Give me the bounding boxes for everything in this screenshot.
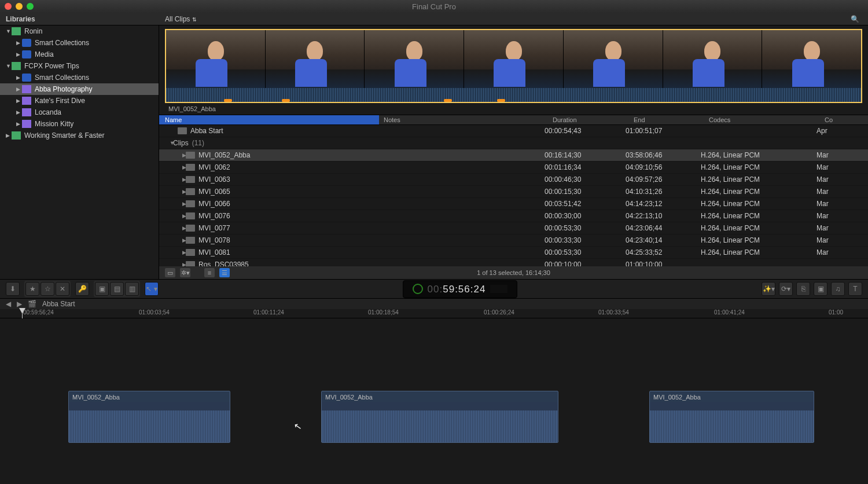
browser-row[interactable]: ▶Ros_DSC0398500:00:10;0001:00:10;00 (159, 259, 868, 266)
disclosure-triangle-icon[interactable]: ▶ (159, 250, 182, 255)
photos-button[interactable]: ▣ (814, 282, 827, 296)
secondary-toolbar: Libraries All Clips⇅ 🔍 (0, 13, 868, 25)
disclosure-triangle-icon[interactable]: ▶ (16, 121, 22, 127)
disclosure-triangle-icon[interactable]: ▶ (6, 133, 12, 138)
gear-icon[interactable]: ✲▾ (180, 268, 190, 277)
sidebar-item-label: Working Smarter & Faster (24, 131, 104, 140)
timeline-ruler[interactable]: 00:59:56;2401:00:03;5401:00:11;2401:00:1… (0, 309, 868, 318)
insert-clip-button[interactable]: ▤ (110, 282, 124, 296)
browser-row[interactable]: ▶MVI_006600:03:51;4204:14:23;12H.264, Li… (159, 198, 868, 210)
disclosure-triangle-icon[interactable]: ▶ (159, 213, 182, 219)
append-clip-button[interactable]: ▥ (125, 282, 139, 296)
clip-filmstrip[interactable] (165, 29, 862, 103)
timeline-clip[interactable]: MVI_0052_Abba (649, 391, 814, 443)
disclosure-triangle-icon[interactable]: ▶ (159, 164, 182, 170)
disclosure-triangle-icon[interactable]: ▶ (159, 201, 182, 207)
sidebar-item[interactable]: ▼Ronin (0, 25, 159, 37)
disclosure-triangle-icon[interactable]: ▶ (16, 86, 22, 92)
row-end: 01:00:10;00 (626, 261, 701, 266)
browser-row[interactable]: ▶MVI_0052_Abba00:16:14;3003:58:06;46H.26… (159, 149, 868, 162)
marker-icon[interactable] (444, 99, 452, 102)
disclosure-triangle-icon[interactable]: ▼ (6, 28, 12, 34)
browser-row[interactable]: ▶MVI_006500:00:15;3004:10:31;26H.264, Li… (159, 186, 868, 198)
select-tool-button[interactable]: ↖ ▾ (145, 282, 159, 296)
browser-row[interactable]: ▶MVI_006300:00:46;3004:09:57;26H.264, Li… (159, 174, 868, 186)
column-end[interactable]: End (634, 116, 709, 123)
keyword-button[interactable]: 🔑 (75, 282, 89, 296)
import-button[interactable]: ⬇ (6, 282, 20, 296)
sidebar-item[interactable]: ▶Media (0, 49, 159, 60)
browser-column-header[interactable]: Name Notes Duration End Codecs Co (159, 115, 868, 125)
disclosure-triangle-icon[interactable]: ▶ (159, 152, 182, 158)
ruler-tick: 01:00:18;54 (368, 309, 399, 316)
ruler-tick: 00:59:56;24 (23, 309, 54, 316)
fullscreen-window-button[interactable] (27, 3, 34, 10)
marker-icon[interactable] (224, 99, 232, 102)
browser-row[interactable]: ▶MVI_007700:00:53;3004:23:06;44H.264, Li… (159, 222, 868, 234)
column-name[interactable]: Name (159, 115, 379, 124)
row-codecs: H.264, Linear PCM (701, 200, 816, 208)
browser-row[interactable]: ▶MVI_006200:01:16;3404:09:10;56H.264, Li… (159, 162, 868, 174)
disclosure-triangle-icon[interactable]: ▶ (16, 109, 22, 115)
favorite-button[interactable]: ★ (25, 282, 39, 296)
sidebar-item[interactable]: ▶Smart Collections (0, 72, 159, 83)
sidebar-item[interactable]: ▶Kate's First Dive (0, 95, 159, 107)
disclosure-triangle-icon[interactable]: ▶ (159, 262, 182, 266)
marker-icon[interactable] (497, 99, 505, 102)
music-button[interactable]: ♫ (831, 282, 845, 296)
disclosure-triangle-icon[interactable]: ▼ (6, 63, 12, 69)
minimize-window-button[interactable] (16, 3, 23, 10)
sidebar-item[interactable]: ▶Working Smarter & Faster (0, 130, 159, 141)
column-notes[interactable]: Notes (379, 116, 553, 123)
reject-button[interactable]: ✕ (56, 282, 69, 296)
retime-popup[interactable]: ⟳▾ (779, 282, 793, 296)
disclosure-triangle-icon[interactable]: ▶ (159, 225, 182, 231)
sidebar-item[interactable]: ▶Mission Kitty (0, 118, 159, 130)
enhance-popup[interactable]: ✨▾ (762, 282, 775, 296)
sidebar-item[interactable]: ▶Abba Photography (0, 83, 159, 95)
browser-panel: MVI_0052_Abba Name Notes Duration End Co… (159, 25, 868, 279)
row-duration: 00:00:33;30 (545, 236, 626, 244)
disclosure-triangle-icon[interactable]: ▼ (159, 140, 170, 146)
close-window-button[interactable] (5, 3, 12, 10)
row-duration: 00:03:51;42 (545, 200, 626, 208)
disclosure-triangle-icon[interactable]: ▶ (16, 98, 22, 104)
group-label: Clips (173, 139, 189, 147)
clip-icon (186, 188, 195, 195)
sidebar-item[interactable]: ▼FCPX Power Tips (0, 60, 159, 72)
marker-icon[interactable] (282, 99, 290, 102)
sidebar-item[interactable]: ▶Locanda (0, 107, 159, 118)
clips-group-row[interactable]: ▼Clips(11) (159, 137, 868, 149)
browser-row[interactable]: ▶MVI_007600:00:30;0004:22:13;10H.264, Li… (159, 210, 868, 222)
filter-button[interactable]: ▭ (165, 268, 175, 277)
sidebar-item[interactable]: ▶Smart Collections (0, 37, 159, 49)
disclosure-triangle-icon[interactable]: ▶ (159, 189, 182, 195)
timeline-clip[interactable]: MVI_0052_Abba (68, 391, 230, 443)
timeline-fwd-button[interactable]: ▶ (17, 300, 22, 308)
allclips-popup[interactable]: All Clips⇅ (159, 15, 810, 23)
disclosure-triangle-icon[interactable]: ▶ (16, 52, 22, 57)
browser-row[interactable]: Abba Start00:00:54;4301:00:51;07Apr (159, 125, 868, 137)
share-button[interactable]: ⎘ (796, 282, 810, 296)
disclosure-triangle-icon[interactable]: ▶ (159, 237, 182, 243)
column-codecs[interactable]: Codecs (709, 116, 825, 123)
titles-button[interactable]: T (848, 282, 862, 296)
timeline-clip[interactable]: MVI_0052_Abba (321, 391, 558, 443)
search-icon[interactable]: 🔍 (810, 15, 868, 23)
timeline-body[interactable]: ↖ MVI_0052_AbbaMVI_0052_AbbaMVI_0052_Abb… (0, 318, 868, 475)
connect-clip-button[interactable]: ▣ (95, 282, 109, 296)
app-title: Final Cut Pro (412, 2, 456, 11)
timeline-back-button[interactable]: ◀ (6, 300, 11, 308)
browser-row[interactable]: ▶MVI_007800:00:33;3004:23:40;14H.264, Li… (159, 234, 868, 247)
disclosure-triangle-icon[interactable]: ▶ (16, 75, 22, 80)
disclosure-triangle-icon[interactable]: ▶ (159, 177, 182, 182)
timecode-display[interactable]: 00:59:56:24 (403, 280, 518, 298)
unrate-button[interactable]: ☆ (41, 282, 54, 296)
browser-row[interactable]: ▶MVI_008100:00:53;3004:25:33;52H.264, Li… (159, 247, 868, 259)
disclosure-triangle-icon[interactable]: ▶ (16, 40, 22, 46)
filmstrip-view-button[interactable]: ≡ (204, 268, 215, 277)
list-view-button[interactable]: ☰ (219, 268, 230, 277)
column-duration[interactable]: Duration (553, 116, 634, 123)
group-count: (11) (192, 139, 204, 147)
column-co[interactable]: Co (825, 116, 868, 123)
